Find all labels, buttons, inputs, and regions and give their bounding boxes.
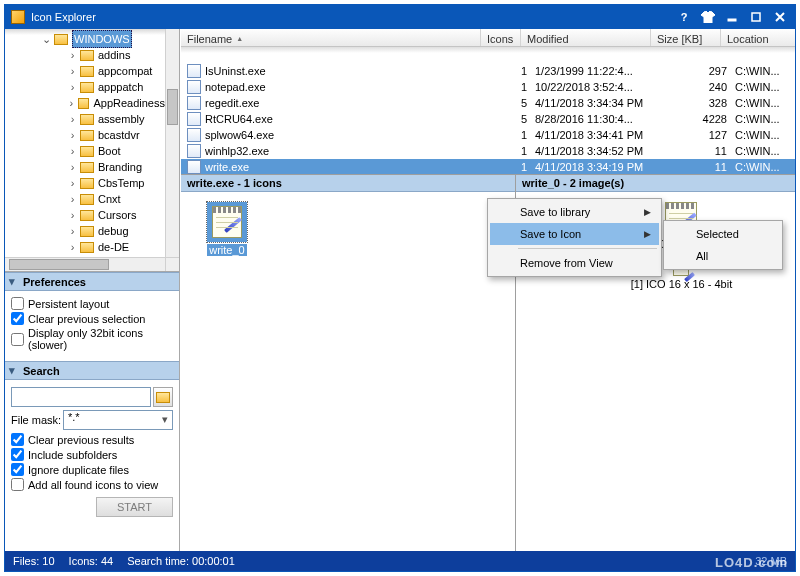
tree-node[interactable]: debug bbox=[98, 223, 129, 239]
tree-node[interactable]: Cnxt bbox=[98, 191, 121, 207]
filemask-label: File mask: bbox=[11, 414, 63, 426]
tree-node[interactable]: assembly bbox=[98, 111, 144, 127]
tree-node[interactable]: Cursors bbox=[98, 207, 137, 223]
browse-folder-button[interactable] bbox=[153, 387, 173, 407]
expander-icon[interactable]: › bbox=[67, 98, 76, 109]
expander-icon[interactable]: › bbox=[67, 242, 78, 253]
search-checkbox[interactable]: Add all found icons to view bbox=[11, 478, 173, 491]
context-submenu[interactable]: SelectedAll bbox=[663, 220, 783, 270]
tree-node[interactable]: appcompat bbox=[98, 63, 152, 79]
column-size[interactable]: Size [KB] bbox=[651, 29, 721, 46]
folder-icon bbox=[80, 210, 94, 221]
folder-icon bbox=[80, 130, 94, 141]
preferences-header[interactable]: ▾ Preferences bbox=[5, 272, 179, 291]
help-icon[interactable]: ? bbox=[675, 9, 693, 25]
expander-icon[interactable]: › bbox=[67, 226, 78, 237]
status-time: Search time: 00:00:01 bbox=[127, 555, 235, 567]
tree-vertical-scrollbar[interactable] bbox=[165, 29, 179, 257]
folder-icon bbox=[156, 392, 170, 403]
expander-icon[interactable]: ⌄ bbox=[41, 34, 52, 45]
file-list[interactable]: FilenameIconsModifiedSize [KB]Location I… bbox=[181, 29, 795, 175]
expander-icon[interactable]: › bbox=[67, 130, 78, 141]
expander-icon[interactable]: › bbox=[67, 66, 78, 77]
folder-icon bbox=[80, 82, 94, 93]
file-icon bbox=[187, 64, 201, 78]
minimize-button[interactable] bbox=[723, 9, 741, 25]
maximize-button[interactable] bbox=[747, 9, 765, 25]
tree-node[interactable]: CbsTemp bbox=[98, 175, 144, 191]
left-pane: ⌄ WINDOWS ›addins›appcompat›apppatch›App… bbox=[5, 29, 180, 551]
table-row[interactable]: winhlp32.exe14/11/2018 3:34:52 PM11C:\WI… bbox=[181, 143, 795, 159]
expander-icon[interactable]: › bbox=[67, 162, 78, 173]
tree-node[interactable]: apppatch bbox=[98, 79, 143, 95]
file-icon bbox=[187, 160, 201, 174]
search-checkbox[interactable]: Include subfolders bbox=[11, 448, 173, 461]
file-icon bbox=[187, 112, 201, 126]
table-row[interactable]: IsUninst.exe11/23/1999 11:22:4...297C:\W… bbox=[181, 63, 795, 79]
folder-icon bbox=[54, 34, 68, 45]
start-button[interactable]: START bbox=[96, 497, 173, 517]
titlebar[interactable]: Icon Explorer ? bbox=[5, 5, 795, 29]
table-row[interactable]: write.exe14/11/2018 3:34:19 PM11C:\WIN..… bbox=[181, 159, 795, 174]
column-location[interactable]: Location bbox=[721, 29, 795, 46]
expander-icon[interactable]: › bbox=[67, 82, 78, 93]
column-filename[interactable]: Filename bbox=[181, 29, 481, 46]
folder-icon bbox=[80, 146, 94, 157]
expander-icon[interactable]: › bbox=[67, 50, 78, 61]
write-icon bbox=[212, 206, 242, 238]
tree-node[interactable]: Branding bbox=[98, 159, 142, 175]
expander-icon[interactable]: › bbox=[67, 178, 78, 189]
image-panel-title: write_0 - 2 image(s) bbox=[516, 175, 795, 192]
tree-node-windows[interactable]: WINDOWS bbox=[72, 30, 132, 48]
submenu-item[interactable]: All bbox=[666, 245, 780, 267]
preferences-title: Preferences bbox=[23, 276, 86, 288]
expander-icon[interactable]: › bbox=[67, 114, 78, 125]
context-menu[interactable]: Save to librarySave to IconRemove from V… bbox=[487, 198, 662, 277]
svg-rect-1 bbox=[752, 13, 760, 21]
folder-icon bbox=[80, 178, 94, 189]
column-icons[interactable]: Icons bbox=[481, 29, 521, 46]
search-title: Search bbox=[23, 365, 60, 377]
menu-item[interactable]: Save to library bbox=[490, 201, 659, 223]
close-button[interactable] bbox=[771, 9, 789, 25]
expander-icon[interactable]: › bbox=[67, 194, 78, 205]
icon-caption: write_0 bbox=[207, 244, 246, 256]
status-icons: Icons: 44 bbox=[69, 555, 114, 567]
search-header[interactable]: ▾ Search bbox=[5, 361, 179, 380]
folder-icon bbox=[78, 98, 90, 109]
shirt-icon[interactable] bbox=[699, 9, 717, 25]
tree-node[interactable]: Boot bbox=[98, 143, 121, 159]
pref-checkbox[interactable]: Persistent layout bbox=[11, 297, 173, 310]
table-row[interactable]: splwow64.exe14/11/2018 3:34:41 PM127C:\W… bbox=[181, 127, 795, 143]
table-row[interactable]: RtCRU64.exe58/28/2016 11:30:4...4228C:\W… bbox=[181, 111, 795, 127]
folder-icon bbox=[80, 114, 94, 125]
tree-node[interactable]: AppReadiness bbox=[93, 95, 165, 111]
column-headers[interactable]: FilenameIconsModifiedSize [KB]Location bbox=[181, 29, 795, 47]
file-icon bbox=[187, 128, 201, 142]
table-row[interactable]: notepad.exe110/22/2018 3:52:4...240C:\WI… bbox=[181, 79, 795, 95]
chevron-down-icon: ▾ bbox=[9, 364, 19, 377]
icon-thumbnail[interactable]: write_0 bbox=[197, 202, 257, 256]
expander-icon[interactable]: › bbox=[67, 210, 78, 221]
expander-icon[interactable]: › bbox=[67, 146, 78, 157]
search-checkbox[interactable]: Clear previous results bbox=[11, 433, 173, 446]
column-modified[interactable]: Modified bbox=[521, 29, 651, 46]
search-path-input[interactable] bbox=[11, 387, 151, 407]
submenu-item[interactable]: Selected bbox=[666, 223, 780, 245]
folder-tree[interactable]: ⌄ WINDOWS ›addins›appcompat›apppatch›App… bbox=[5, 29, 179, 272]
folder-icon bbox=[80, 226, 94, 237]
tree-node[interactable]: addins bbox=[98, 47, 130, 63]
tree-node[interactable]: bcastdvr bbox=[98, 127, 140, 143]
filemask-select[interactable]: *.* bbox=[63, 410, 173, 430]
pref-checkbox[interactable]: Clear previous selection bbox=[11, 312, 173, 325]
file-icon bbox=[187, 80, 201, 94]
search-checkbox[interactable]: Ignore duplicate files bbox=[11, 463, 173, 476]
table-row[interactable]: regedit.exe54/11/2018 3:34:34 PM328C:\WI… bbox=[181, 95, 795, 111]
tree-horizontal-scrollbar[interactable] bbox=[5, 257, 165, 271]
tree-node[interactable]: de-DE bbox=[98, 239, 129, 255]
pref-checkbox[interactable]: Display only 32bit icons (slower) bbox=[11, 327, 173, 351]
app-title: Icon Explorer bbox=[31, 11, 96, 23]
menu-item[interactable]: Remove from View bbox=[490, 252, 659, 274]
preferences-panel: Persistent layout Clear previous selecti… bbox=[5, 291, 179, 361]
menu-item[interactable]: Save to Icon bbox=[490, 223, 659, 245]
